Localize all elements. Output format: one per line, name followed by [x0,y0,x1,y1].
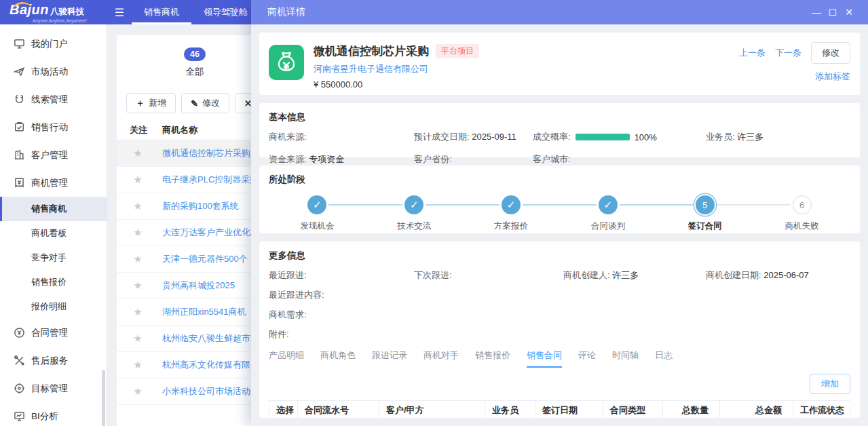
step-check-icon[interactable]: ✓ [307,195,326,214]
list-item[interactable]: ★ 贵州高科城投2025 [117,273,273,299]
star-icon[interactable]: ★ [117,359,159,371]
stage-stepper: ✓ 发现机会 ✓ 技术交流 ✓ 方案报价 ✓ 合同谈判 5 签订合同 [269,195,850,232]
list-item[interactable]: ★ 天津一德元器件500个 [117,246,273,273]
sidebar-subitem-competitors[interactable]: 竞争对手 [0,246,107,270]
sidebar-subitem-quote-detail[interactable]: 报价明细 [0,294,107,319]
star-icon[interactable]: ★ [117,253,159,265]
list-item[interactable]: ★ 杭州高禾文化传媒有限公司 [117,352,273,379]
add-tag-link[interactable]: 添加标签 [815,71,850,83]
next-record-link[interactable]: 下一条 [775,47,801,59]
list-item[interactable]: ★ 微机通信控制芯片采购 [117,140,273,167]
sidebar-item-after-sales[interactable]: 售后服务 [0,347,107,374]
sidebar-item-contract[interactable]: 合同管理 [0,319,107,347]
count-label[interactable]: 全部 [117,66,273,78]
logo-brand-cn: 八骏科技 [50,6,84,18]
tab-competitor[interactable]: 商机对手 [423,349,459,368]
step-check-icon[interactable]: ✓ [404,195,423,214]
more-info-card: 更多信息 最近跟进: 下次跟进: 商机创建人: 许三多 商机创建日期: 2025… [259,241,860,418]
star-icon[interactable]: ★ [117,385,159,398]
sidebar-subitem-label: 竞争对手 [31,252,67,264]
step-opportunity-lost: 6 商机失败 [753,195,850,232]
company-link[interactable]: 河南省昱升电子通信有限公司 [314,63,479,75]
add-contract-button[interactable]: 增加 [810,374,850,394]
star-icon[interactable]: ★ [117,200,159,212]
list-item[interactable]: ★ 湖州正阳xin5541商机 [117,299,273,326]
nav-tab-leader-cockpit[interactable]: 领导驾驶舱 [191,0,260,24]
edit-opportunity-button[interactable]: 修改 [811,42,850,64]
list-toolbar: ＋ 新增 ✎ 修改 ✕ 删除 [117,93,273,113]
tab-sales-quote[interactable]: 销售报价 [475,349,510,368]
sidebar-item-label: 售后服务 [31,355,68,367]
sidebar-item-market-activity[interactable]: 市场活动 [0,58,107,85]
list-item[interactable]: ★ 大连万达客户产业优化项目 [117,220,273,246]
step-tech-exchange: ✓ 技术交流 [366,195,463,232]
step-check-icon[interactable]: ✓ [599,195,618,214]
list-item[interactable]: ★ 新的采购100套系统 [117,193,273,220]
star-icon[interactable]: ★ [117,279,159,292]
detail-body: 微机通信控制芯片采购 平台项目 河南省昱升电子通信有限公司 ¥ 550000.0… [251,24,868,426]
list-item[interactable]: ★ 电子继承PLC控制器采购 [117,167,273,193]
star-icon[interactable]: ★ [117,147,159,159]
prev-record-link[interactable]: 上一条 [739,47,766,59]
star-icon[interactable]: ★ [117,227,159,239]
edit-button[interactable]: ✎ 修改 [181,93,229,113]
sidebar-subitem-sales-opportunity[interactable]: 销售商机 [0,197,107,221]
col-salesman: 业务员 [485,401,535,419]
sidebar-item-label: BI分析 [31,410,58,423]
probability-value: 100% [635,132,657,142]
bi-icon [14,410,25,422]
sidebar-item-sales-action[interactable]: 销售行动 [0,113,107,141]
tab-comments[interactable]: 评论 [578,349,596,368]
sidebar-subitem-label: 销售报价 [31,276,67,288]
star-icon[interactable]: ★ [117,306,159,318]
field-fund-source: 资金来源: 专项资金 [269,153,414,166]
sidebar-item-label: 客户管理 [31,149,68,161]
sidebar-subitem-sales-quote[interactable]: 销售报价 [0,270,107,294]
step-check-icon[interactable]: ✓ [502,195,521,214]
sidebar-subitem-label: 销售商机 [31,203,67,215]
star-icon[interactable]: ★ [117,174,159,186]
sidebar-item-label: 目标管理 [31,383,68,395]
field-customer-city: 客户城市: [533,153,850,166]
tab-opportunity-role[interactable]: 商机角色 [320,349,356,368]
sidebar-item-my-portal[interactable]: 我的门户 [0,30,107,58]
sidebar-scrollbar[interactable] [102,370,105,426]
list-item[interactable]: ★ 小米科技公司市场活动推广 [117,379,273,405]
leads-icon [14,94,25,105]
customer-icon [14,149,25,161]
nav-tab-sales-opportunity[interactable]: 销售商机 [132,0,191,24]
sidebar-item-label: 市场活动 [31,66,68,78]
app-logo: Bajun 八骏科技 Anyone,Anytime,Anywhere! [0,0,107,24]
sidebar-item-customer[interactable]: 客户管理 [0,141,107,169]
sidebar-item-opportunity[interactable]: 商机管理 [0,169,107,197]
tab-timeline[interactable]: 时间轴 [612,349,639,368]
more-info-title: 更多信息 [269,250,850,262]
sidebar-item-target[interactable]: 目标管理 [0,374,107,402]
step-sign-contract: 5 签订合同 [656,195,753,232]
close-icon[interactable]: ✕ [841,7,857,18]
basic-info-title: 基本信息 [269,111,850,123]
tab-followup-record[interactable]: 跟进记录 [372,349,407,368]
plus-icon: ＋ [136,97,145,109]
minimize-icon[interactable]: — [808,7,825,18]
portal-icon [14,38,25,50]
basic-info-card: 基本信息 商机来源: 预计成交日期: 2025-09-11 成交概率: 100%… [259,103,860,157]
tab-sales-contract[interactable]: 销售合同 [527,349,562,368]
list-item[interactable]: ★ 杭州临安八骏生鲜超市 [117,326,273,352]
edit-button-label: 修改 [202,97,220,109]
tab-product-detail[interactable]: 产品明细 [269,349,304,368]
sidebar-subitem-opportunity-board[interactable]: 商机看板 [0,221,107,246]
maximize-icon[interactable]: ☐ [825,7,841,18]
step-number[interactable]: 5 [696,195,715,214]
tab-logs[interactable]: 日志 [655,349,673,368]
col-total-qty: 总数量 [663,401,720,419]
sidebar-item-leads[interactable]: 线索管理 [0,85,107,113]
sidebar-item-bi[interactable]: BI分析 [0,402,107,426]
field-expected-close-date: 预计成交日期: 2025-09-11 [414,131,533,143]
step-number[interactable]: 6 [793,195,812,214]
field-last-followup: 最近跟进: [269,269,414,282]
add-button[interactable]: ＋ 新增 [126,93,176,113]
star-icon[interactable]: ★ [117,332,159,345]
hamburger-menu-icon[interactable]: ☰ [107,0,132,24]
campaign-icon [14,66,25,77]
